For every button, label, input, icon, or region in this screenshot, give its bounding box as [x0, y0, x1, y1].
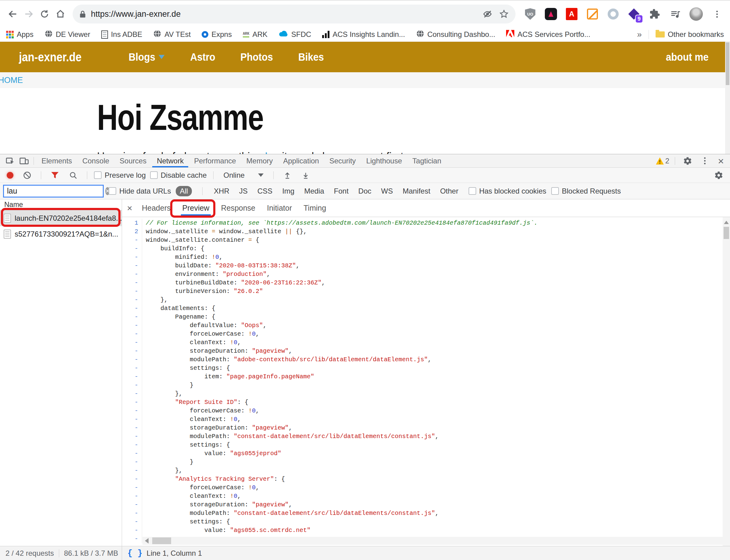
filter-type-ws[interactable]: WS: [380, 187, 394, 195]
tab-application[interactable]: Application: [278, 154, 324, 167]
export-har-button[interactable]: [299, 169, 313, 182]
devtools-settings-button[interactable]: [681, 155, 695, 167]
devtools-close-button[interactable]: ×: [715, 156, 727, 166]
page-scrollbar[interactable]: [725, 42, 730, 154]
bookmark-sfdc[interactable]: SFDC: [278, 30, 311, 39]
filter-type-manifest[interactable]: Manifest: [402, 187, 431, 195]
horizontal-scrollbar[interactable]: [142, 537, 723, 545]
device-toolbar-button[interactable]: [17, 155, 31, 167]
reading-list-button[interactable]: [669, 7, 682, 21]
site-nav-astro[interactable]: Astro: [190, 51, 215, 63]
bookmark-consulting-dashbo[interactable]: Consulting Dashbo...: [416, 30, 496, 40]
filter-type-other[interactable]: Other: [439, 187, 460, 195]
bookmark-ark[interactable]: ARKARK: [243, 30, 267, 39]
request-row[interactable]: launch-EN70202e25e4184efa8...: [0, 210, 122, 226]
filter-type-js[interactable]: JS: [238, 187, 249, 195]
filter-type-all[interactable]: All: [176, 186, 192, 196]
filter-input[interactable]: [7, 187, 105, 195]
page-scrollbar-thumb[interactable]: [726, 42, 729, 85]
hide-data-urls-checkbox[interactable]: [109, 187, 116, 195]
site-nav-label: Bikes: [298, 51, 324, 63]
bookmark-de-viewer[interactable]: DE Viewer: [45, 30, 90, 40]
detail-tab-headers[interactable]: Headers: [136, 199, 177, 217]
other-bookmarks-button[interactable]: Other bookmarks: [656, 30, 724, 39]
has-blocked-cookies-checkbox[interactable]: [469, 187, 476, 195]
bookmark-acs-services-portfo[interactable]: ACS Services Portfo...: [506, 30, 590, 39]
bookmark-acs-insights-landin[interactable]: ACS Insights Landin...: [322, 30, 405, 39]
detail-close-button[interactable]: ×: [123, 203, 136, 213]
scroll-left-arrow-icon[interactable]: [145, 538, 148, 544]
disable-cache-checkbox[interactable]: [150, 171, 158, 179]
tab-elements[interactable]: Elements: [36, 154, 77, 167]
tab-tagtician[interactable]: Tagtician: [407, 154, 447, 167]
request-list-header[interactable]: Name: [0, 199, 122, 210]
scroll-up-arrow-icon[interactable]: [724, 221, 729, 224]
site-brand[interactable]: jan-exner.de: [19, 50, 81, 64]
adobe-cloud-extension-button[interactable]: A: [565, 7, 578, 21]
profile-avatar[interactable]: [689, 7, 703, 21]
filter-type-css[interactable]: CSS: [256, 187, 273, 195]
detail-tab-timing[interactable]: Timing: [298, 199, 332, 217]
bookmark-apps[interactable]: Apps: [6, 30, 34, 39]
chrome-menu-button[interactable]: [710, 7, 724, 21]
reload-button[interactable]: [37, 6, 52, 22]
preserve-log-checkbox[interactable]: [94, 171, 102, 179]
inspect-element-button[interactable]: [3, 155, 17, 167]
tab-performance[interactable]: Performance: [189, 154, 241, 167]
import-har-button[interactable]: [280, 169, 294, 182]
record-button[interactable]: [7, 172, 13, 179]
forward-button[interactable]: [21, 6, 37, 22]
bookmark-av-test[interactable]: AV TEst: [153, 30, 191, 40]
tab-security[interactable]: Security: [324, 154, 361, 167]
bookmark-ins-adbe[interactable]: Ins ADBE: [101, 30, 142, 39]
launch-extension-button[interactable]: 9: [627, 7, 641, 21]
rocket-extension-button[interactable]: [544, 7, 558, 21]
filter-toggle-button[interactable]: [48, 169, 62, 182]
format-code-button[interactable]: { }: [127, 549, 142, 558]
intro-link[interactable]: I: [265, 150, 268, 154]
clear-network-log-button[interactable]: [20, 169, 34, 182]
tab-console[interactable]: Console: [77, 154, 114, 167]
network-search-button[interactable]: [66, 169, 80, 182]
filter-type-xhr[interactable]: XHR: [213, 187, 230, 195]
url-text[interactable]: https://www.jan-exner.de: [91, 9, 476, 19]
eye-off-button[interactable]: [483, 9, 492, 19]
site-nav-about-me[interactable]: about me: [666, 51, 709, 63]
network-settings-button[interactable]: [712, 169, 726, 182]
omnibug-extension-button[interactable]: [607, 7, 620, 21]
line-number: -: [122, 398, 142, 407]
filter-type-media[interactable]: Media: [303, 187, 325, 195]
vertical-scrollbar[interactable]: [723, 217, 730, 546]
home-button[interactable]: [52, 6, 68, 22]
bookmark-expns[interactable]: Expns: [202, 30, 232, 39]
filter-type-img[interactable]: Img: [281, 187, 295, 195]
tab-network[interactable]: Network: [152, 154, 189, 167]
site-nav-bikes[interactable]: Bikes: [298, 51, 324, 63]
devtools-menu-button[interactable]: [698, 155, 712, 167]
blocked-requests-checkbox[interactable]: [551, 187, 559, 195]
address-bar[interactable]: https://www.jan-exner.de: [73, 5, 516, 23]
ublock-extension-button[interactable]: UO: [524, 7, 537, 21]
horizontal-scrollbar-thumb[interactable]: [152, 537, 171, 544]
warnings-button[interactable]: 2: [656, 157, 669, 165]
detail-tab-response[interactable]: Response: [215, 199, 261, 217]
bookmark-star-button[interactable]: [499, 9, 509, 19]
throttling-dropdown[interactable]: Online: [220, 171, 266, 180]
site-nav-photos[interactable]: Photos: [240, 51, 273, 63]
filter-type-doc[interactable]: Doc: [357, 187, 373, 195]
detail-tab-preview[interactable]: Preview: [177, 199, 215, 217]
tab-sources[interactable]: Sources: [114, 154, 152, 167]
site-nav-blogs[interactable]: Blogs: [129, 51, 165, 63]
request-row[interactable]: s52776173300921?AQB=1&n...: [0, 226, 122, 242]
vertical-scrollbar-thumb[interactable]: [724, 227, 729, 239]
tab-lighthouse[interactable]: Lighthouse: [361, 154, 407, 167]
detail-tab-initiator[interactable]: Initiator: [261, 199, 298, 217]
extensions-menu-button[interactable]: [648, 7, 661, 21]
breadcrumb-home-link[interactable]: HOME: [0, 76, 23, 85]
bookmarks-overflow-chevron[interactable]: »: [637, 30, 642, 39]
filter-type-font[interactable]: Font: [333, 187, 349, 195]
back-button[interactable]: [5, 6, 21, 22]
tab-memory[interactable]: Memory: [241, 154, 278, 167]
debugger-extension-button[interactable]: [586, 7, 599, 21]
preview-code-viewer[interactable]: 1// For license information, see `https:…: [122, 217, 730, 546]
